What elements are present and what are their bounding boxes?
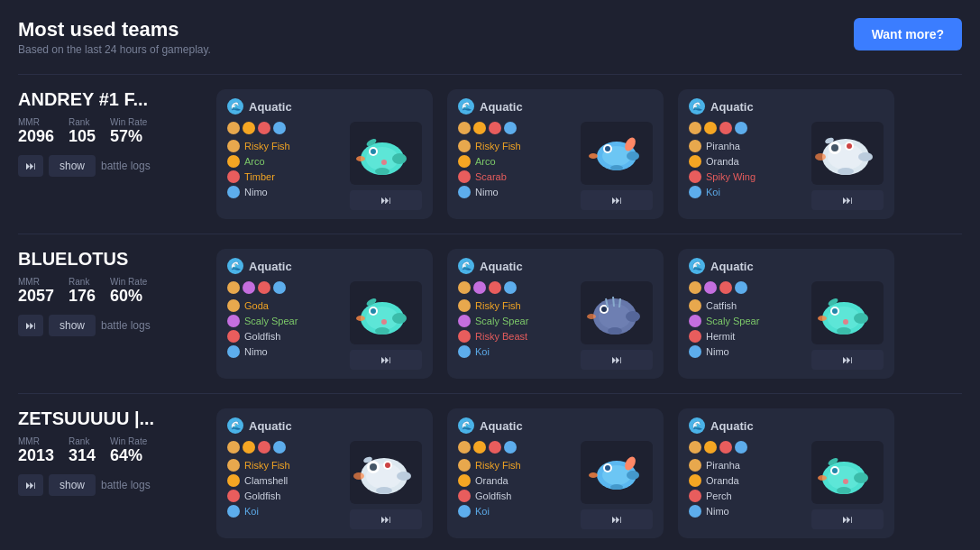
- svg-line-44: [613, 297, 614, 307]
- part-dot-icon: [458, 330, 471, 343]
- axie-play-button[interactable]: ⏭: [811, 190, 884, 210]
- part-dot-icon: [458, 140, 471, 152]
- rank-stat: Rank 176: [69, 277, 96, 306]
- axie-play-button[interactable]: ⏭: [811, 350, 884, 370]
- card-content: GodaScaly SpearGoldfishNimo ⏭: [227, 281, 422, 370]
- svg-point-31: [392, 313, 407, 324]
- part-item: Catfish: [689, 299, 804, 312]
- axie-type-label: Aquatic: [249, 419, 292, 433]
- play-icon-button[interactable]: ⏭: [18, 315, 43, 336]
- axie-play-button[interactable]: ⏭: [811, 509, 884, 529]
- want-more-button[interactable]: Want more?: [854, 18, 962, 50]
- axie-play-button[interactable]: ⏭: [350, 350, 422, 370]
- part-icon: [227, 441, 240, 454]
- aquatic-type-icon: 🌊: [227, 258, 243, 274]
- battle-logs-button[interactable]: battle logs: [101, 160, 151, 172]
- axie-play-button[interactable]: ⏭: [581, 509, 653, 529]
- card-content: Risky FishOrandaGoldfishKoi ⏭: [458, 441, 653, 529]
- part-item: Hermit: [689, 330, 804, 343]
- part-item: Risky Fish: [458, 299, 573, 312]
- axie-card: 🌊 Aquatic Risky FishArcoTimberNimo ⏭: [216, 89, 433, 219]
- svg-point-13: [627, 151, 639, 160]
- svg-point-32: [356, 316, 365, 321]
- axie-play-button[interactable]: ⏭: [581, 190, 653, 210]
- card-parts-list: Risky FishArcoScarabNimo: [458, 122, 573, 210]
- part-item: Arco: [458, 155, 573, 168]
- card-parts-list: Risky FishOrandaGoldfishKoi: [458, 441, 573, 529]
- part-icons-row: [458, 441, 573, 454]
- svg-point-15: [610, 165, 623, 170]
- part-item: Koi: [689, 186, 804, 198]
- axie-type-label: Aquatic: [480, 419, 523, 433]
- part-dot-icon: [458, 345, 471, 358]
- rank-label: Rank: [69, 277, 96, 287]
- part-name-label: Nimo: [475, 187, 499, 197]
- part-item: Arco: [227, 155, 343, 168]
- svg-point-41: [587, 314, 596, 319]
- axie-play-button[interactable]: ⏭: [350, 509, 422, 529]
- axie-type-label: Aquatic: [710, 260, 754, 273]
- play-icon-button[interactable]: ⏭: [18, 155, 43, 177]
- part-name-label: Piranha: [706, 141, 740, 151]
- part-item: Nimo: [227, 186, 343, 198]
- axie-image-wrap: ⏭: [811, 281, 884, 370]
- part-dot-icon: [689, 505, 701, 518]
- axie-image-wrap: ⏭: [581, 281, 653, 370]
- part-dot-icon: [227, 330, 240, 343]
- axie-type-label: Aquatic: [710, 419, 754, 433]
- battle-logs-button[interactable]: battle logs: [101, 319, 151, 332]
- part-dot-icon: [227, 315, 240, 327]
- axie-play-button[interactable]: ⏭: [350, 190, 422, 210]
- part-dot-icon: [458, 490, 471, 502]
- axie-type-label: Aquatic: [249, 100, 292, 114]
- team-row: BLUELOTUS MMR 2057 Rank 176 Win Rate 60%…: [18, 234, 962, 393]
- axie-image-wrap: ⏭: [811, 441, 884, 529]
- page-title: Most used teams: [18, 18, 211, 41]
- winrate-stat: Win Rate 64%: [110, 436, 147, 465]
- axie-card: 🌊 Aquatic Risky FishOrandaGoldfishKoi ⏭: [447, 408, 664, 538]
- part-icon: [689, 122, 701, 134]
- card-parts-list: Risky FishClamshellGoldfishKoi: [227, 441, 343, 529]
- mmr-label: MMR: [18, 436, 54, 446]
- svg-point-25: [838, 168, 854, 175]
- svg-point-79: [837, 487, 851, 494]
- part-dot-icon: [689, 345, 701, 358]
- svg-point-69: [627, 471, 639, 480]
- part-name-label: Arco: [244, 156, 265, 167]
- part-icon: [243, 441, 255, 454]
- part-icon: [458, 441, 471, 454]
- team-name: ZETSUUUUU |...: [18, 408, 198, 429]
- svg-point-76: [832, 468, 838, 473]
- part-name-label: Goldfish: [244, 490, 280, 501]
- part-icon: [458, 122, 471, 134]
- card-parts-list: PiranhaOrandaSpiky WingKoi: [689, 122, 804, 210]
- svg-point-20: [831, 144, 838, 151]
- part-icon: [273, 281, 286, 294]
- part-icon: [473, 122, 486, 134]
- play-icon-button[interactable]: ⏭: [18, 474, 43, 496]
- axie-image: [811, 122, 884, 185]
- card-content: Risky FishArcoScarabNimo ⏭: [458, 122, 653, 210]
- part-name-label: Catfish: [706, 300, 737, 311]
- show-button[interactable]: show: [49, 474, 96, 496]
- part-dot-icon: [458, 170, 471, 183]
- part-name-label: Koi: [706, 187, 720, 197]
- axie-play-button[interactable]: ⏭: [581, 350, 653, 370]
- axie-card-header: 🌊 Aquatic: [458, 258, 653, 274]
- part-icon: [227, 281, 240, 294]
- team-info: ZETSUUUUU |... MMR 2013 Rank 314 Win Rat…: [18, 408, 216, 496]
- part-dot-icon: [689, 155, 701, 168]
- show-button[interactable]: show: [49, 315, 96, 336]
- part-item: Koi: [458, 505, 573, 518]
- part-dot-icon: [458, 186, 471, 198]
- battle-logs-button[interactable]: battle logs: [101, 479, 151, 491]
- show-button[interactable]: show: [49, 155, 96, 177]
- part-icon: [735, 441, 747, 454]
- mmr-value: 2096: [18, 127, 54, 145]
- rank-value: 314: [69, 446, 96, 464]
- part-icon: [704, 441, 717, 454]
- svg-point-70: [589, 472, 598, 478]
- axie-card: 🌊 Aquatic Risky FishScaly SpearRisky Bea…: [447, 249, 664, 379]
- part-name-label: Goda: [244, 300, 269, 311]
- axie-image: [811, 281, 884, 344]
